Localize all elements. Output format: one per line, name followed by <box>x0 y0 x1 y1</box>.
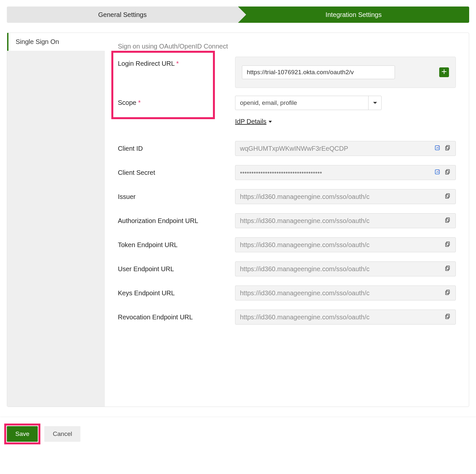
footer: Save Cancel <box>7 426 469 442</box>
tab-integration-settings[interactable]: Integration Settings <box>238 7 469 23</box>
preview-button[interactable]: * <box>434 169 442 176</box>
copy-button[interactable] <box>444 313 452 321</box>
issuer-input[interactable] <box>240 193 442 201</box>
copy-icon <box>444 313 451 322</box>
sidebar-item-single-sign-on[interactable]: Single Sign On <box>7 33 105 51</box>
preview-button[interactable]: * <box>434 145 442 152</box>
svg-rect-9 <box>446 195 449 198</box>
label-scope: Scope * <box>118 96 235 106</box>
field-user-endpoint <box>235 261 456 276</box>
save-button[interactable]: Save <box>7 426 38 442</box>
idp-details-label: IdP Details <box>235 118 266 125</box>
copy-button[interactable] <box>444 193 452 201</box>
copy-button[interactable] <box>444 289 452 297</box>
caret-down-icon <box>268 118 272 125</box>
scope-select[interactable]: openid, email, profile <box>235 96 382 110</box>
label-issuer: Issuer <box>118 193 235 201</box>
label-client-secret: Client Secret <box>118 169 235 176</box>
copy-icon <box>444 241 451 249</box>
settings-panel: Single Sign On Sign on using OAuth/OpenI… <box>7 33 469 407</box>
svg-rect-2 <box>446 145 449 149</box>
tab-label: General Settings <box>98 11 147 19</box>
preview-icon: * <box>434 168 441 177</box>
field-keys-endpoint <box>235 286 456 300</box>
add-url-button[interactable] <box>439 67 449 77</box>
copy-button[interactable] <box>444 217 452 225</box>
svg-rect-3 <box>446 146 449 150</box>
plus-icon <box>441 69 447 76</box>
copy-icon <box>444 144 451 153</box>
svg-text:*: * <box>438 169 439 172</box>
svg-rect-7 <box>446 171 449 174</box>
field-client-secret: * <box>235 165 456 180</box>
copy-icon <box>444 168 451 177</box>
copy-icon <box>444 265 451 273</box>
svg-rect-19 <box>446 315 449 319</box>
footer-divider <box>0 417 476 417</box>
copy-button[interactable] <box>444 241 452 249</box>
sidebar-item-label: Single Sign On <box>16 38 59 45</box>
copy-icon <box>444 289 451 298</box>
svg-rect-17 <box>446 291 449 295</box>
svg-rect-14 <box>446 266 449 269</box>
label-client-id: Client ID <box>118 145 235 152</box>
user-endpoint-input[interactable] <box>240 265 442 273</box>
content: Sign on using OAuth/OpenID Connect Login… <box>105 33 469 407</box>
authorization-endpoint-input[interactable] <box>240 217 442 225</box>
svg-rect-12 <box>446 242 449 245</box>
label-token-endpoint: Token Endpoint URL <box>118 241 235 249</box>
step-tabs: General Settings Integration Settings <box>7 7 469 23</box>
svg-rect-11 <box>446 219 449 222</box>
field-revocation-endpoint <box>235 310 456 325</box>
field-token-endpoint <box>235 237 456 252</box>
svg-rect-16 <box>446 290 449 293</box>
label-keys-endpoint: Keys Endpoint URL <box>118 289 235 297</box>
svg-rect-13 <box>446 243 449 246</box>
chevron-down-icon <box>368 96 381 110</box>
content-description: Sign on using OAuth/OpenID Connect <box>118 43 456 50</box>
field-client-id: * <box>235 141 456 156</box>
svg-rect-8 <box>446 193 449 197</box>
svg-text:*: * <box>438 145 439 148</box>
svg-rect-6 <box>446 169 449 173</box>
copy-button[interactable] <box>444 265 452 273</box>
svg-rect-10 <box>446 217 449 221</box>
tab-general-settings[interactable]: General Settings <box>7 7 238 23</box>
cancel-button[interactable]: Cancel <box>44 426 80 442</box>
idp-details-toggle[interactable]: IdP Details <box>235 118 272 125</box>
copy-button[interactable] <box>444 145 452 152</box>
field-authorization-endpoint <box>235 213 456 228</box>
label-authorization-endpoint: Authorization Endpoint URL <box>118 217 235 225</box>
copy-icon <box>444 192 451 201</box>
login-redirect-url-group <box>235 57 456 88</box>
copy-button[interactable] <box>444 169 452 176</box>
preview-icon: * <box>434 144 441 153</box>
svg-rect-18 <box>446 314 449 317</box>
client-id-input[interactable] <box>240 145 432 152</box>
scope-value: openid, email, profile <box>235 96 368 110</box>
label-login-redirect-url: Login Redirect URL * <box>118 57 235 67</box>
client-secret-input[interactable] <box>240 169 432 176</box>
sidebar: Single Sign On <box>7 33 105 407</box>
tab-label: Integration Settings <box>326 11 382 19</box>
token-endpoint-input[interactable] <box>240 241 442 249</box>
label-user-endpoint: User Endpoint URL <box>118 265 235 273</box>
svg-rect-15 <box>446 267 449 271</box>
revocation-endpoint-input[interactable] <box>240 314 442 321</box>
field-issuer <box>235 189 456 204</box>
label-revocation-endpoint: Revocation Endpoint URL <box>118 314 235 321</box>
copy-icon <box>444 216 451 225</box>
keys-endpoint-input[interactable] <box>240 289 442 297</box>
login-redirect-url-input[interactable] <box>242 65 395 79</box>
